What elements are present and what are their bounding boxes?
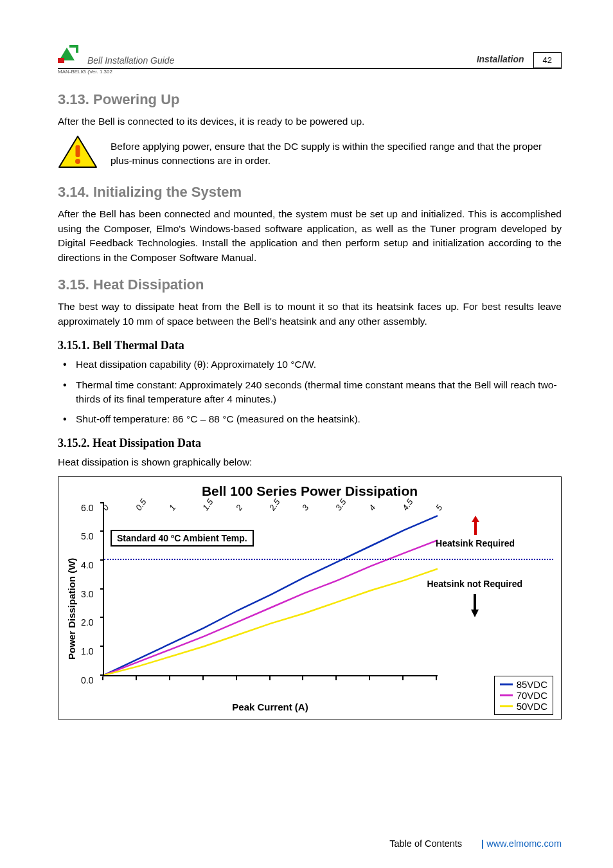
legend-item: 85VDC bbox=[500, 679, 547, 690]
para-3-13: After the Bell is connected to its devic… bbox=[58, 114, 562, 129]
toc-link[interactable]: Table of Contents bbox=[389, 838, 462, 849]
page-header: Bell Installation Guide Installation 42 bbox=[58, 45, 562, 66]
chart-legend: 85VDC70VDC50VDC bbox=[494, 676, 553, 715]
y-axis-label: Power Dissipation (W) bbox=[66, 503, 77, 715]
bullet-item: Shut-off temperature: 86 °C – 88 °C (mea… bbox=[58, 412, 562, 426]
y-tick-label: 0.0 bbox=[81, 675, 93, 685]
page-footer: Table of Contents |www.elmomc.com bbox=[58, 838, 562, 849]
para-3-15-2: Heat dissipation is shown graphically be… bbox=[58, 455, 562, 469]
y-tick-label: 1.0 bbox=[81, 646, 93, 656]
elmo-logo-icon bbox=[58, 45, 81, 66]
legend-item: 70VDC bbox=[500, 690, 547, 701]
svg-rect-1 bbox=[76, 145, 80, 157]
chart-container: Bell 100 Series Power Dissipation Power … bbox=[58, 476, 562, 719]
doc-id: MAN-BELIG (Ver. 1.302 bbox=[58, 69, 562, 75]
heading-3-15: 3.15. Heat Dissipation bbox=[58, 276, 562, 293]
y-tick-label: 5.0 bbox=[81, 531, 93, 541]
website-link[interactable]: www.elmomc.com bbox=[486, 838, 562, 849]
chart-body: Power Dissipation (W) Standard 40 ºC Amb… bbox=[66, 503, 553, 715]
bullet-item: Heat dissipation capability (θ): Approxi… bbox=[58, 357, 562, 372]
footer-divider: | bbox=[481, 838, 484, 849]
para-3-14: After the Bell has been connected and mo… bbox=[58, 207, 562, 265]
legend-item: 50VDC bbox=[500, 701, 547, 712]
heading-3-13: 3.13. Powering Up bbox=[58, 91, 562, 108]
bullet-item: Thermal time constant: Approximately 240… bbox=[58, 378, 562, 406]
y-tick-label: 4.0 bbox=[81, 560, 93, 570]
header-left: Bell Installation Guide bbox=[58, 45, 174, 66]
y-tick-label: 3.0 bbox=[81, 589, 93, 599]
y-tick-label: 6.0 bbox=[81, 503, 93, 513]
svg-rect-0 bbox=[58, 58, 64, 63]
warning-text: Before applying power, ensure that the D… bbox=[111, 140, 562, 168]
para-3-15: The best way to dissipate heat from the … bbox=[58, 300, 562, 329]
warning-block: Before applying power, ensure that the D… bbox=[58, 135, 562, 172]
chart-title: Bell 100 Series Power Dissipation bbox=[66, 484, 553, 499]
guide-title: Bell Installation Guide bbox=[87, 55, 174, 66]
plot-wrap: Standard 40 ºC Ambient Temp. 0.01.02.03.… bbox=[77, 503, 553, 715]
heading-3-15-1: 3.15.1. Bell Thermal Data bbox=[58, 339, 562, 352]
bullet-list-3-15-1: Heat dissipation capability (θ): Approxi… bbox=[58, 357, 562, 426]
section-name: Installation bbox=[477, 54, 524, 64]
heading-3-15-2: 3.15.2. Heat Dissipation Data bbox=[58, 437, 562, 450]
x-axis-label: Peak Current (A) bbox=[103, 701, 438, 712]
y-tick-label: 2.0 bbox=[81, 617, 93, 628]
page-number: 42 bbox=[533, 52, 562, 68]
svg-point-2 bbox=[75, 159, 80, 164]
heading-3-14: 3.14. Initializing the System bbox=[58, 184, 562, 201]
warning-icon bbox=[58, 135, 98, 172]
